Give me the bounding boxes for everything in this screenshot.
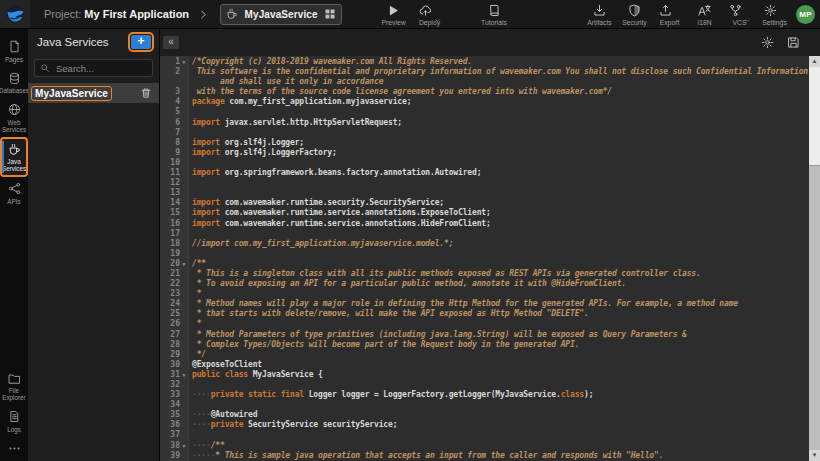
wavemaker-logo-icon (5, 4, 25, 24)
line-number: 3 (160, 87, 180, 97)
code-text[interactable]: with the terms of the source code licens… (188, 87, 809, 97)
i18n-button[interactable]: I18N (688, 3, 721, 26)
sidebar-item-databases[interactable]: Databases (0, 67, 28, 99)
scroll-up-button[interactable]: ▲ (809, 56, 820, 67)
code-text[interactable]: ····private static final Logger logger =… (188, 390, 809, 400)
code-text[interactable]: * Complex Types/Objects will become part… (188, 340, 809, 350)
fold-gutter (180, 229, 188, 239)
fold-marker[interactable]: ▾ (180, 57, 188, 67)
editor-settings-button[interactable] (761, 36, 774, 49)
grid-icon[interactable] (324, 8, 336, 20)
code-text[interactable]: * that starts with delete/remove, will m… (188, 309, 809, 319)
scroll-down-button[interactable]: ▼ (809, 450, 820, 461)
line-number: 2 (160, 67, 180, 77)
collapse-panel-button[interactable]: « (163, 36, 179, 49)
line-number: 13 (160, 188, 180, 198)
code-text[interactable]: * This is a singleton class with all its… (188, 269, 809, 279)
line-number: 11 (160, 168, 180, 178)
export-button[interactable]: Export (653, 3, 686, 26)
scroll-thumb[interactable] (809, 67, 820, 166)
editor-scrollbar[interactable]: ▲ ▼ (809, 56, 820, 461)
fold-gutter (180, 279, 188, 289)
code-text[interactable]: This software is the confidential and pr… (188, 67, 809, 77)
security-button[interactable]: Security (618, 3, 651, 26)
add-service-button[interactable]: + (131, 35, 151, 49)
sidebar-item-apis[interactable]: APIs (0, 177, 28, 209)
code-text[interactable]: public class MyJavaService { (188, 370, 809, 380)
code-line: 5 (160, 107, 809, 117)
sidebar-item-more[interactable] (0, 437, 28, 461)
code-text[interactable]: ····/** (188, 441, 809, 451)
code-text[interactable]: package com.my_first_application.myjavas… (188, 97, 809, 107)
settings-button[interactable]: Settings (758, 3, 791, 26)
code-text[interactable]: * (188, 319, 809, 329)
fold-gutter (180, 380, 188, 390)
code-text[interactable] (188, 158, 809, 168)
code-text[interactable] (188, 400, 809, 410)
code-text[interactable]: //import com.my_first_application.myjava… (188, 239, 809, 249)
avatar[interactable]: MP (796, 5, 815, 24)
sidebar-item-file-explorer[interactable]: File Explorer (0, 367, 28, 406)
fold-marker[interactable]: ▾ (180, 441, 188, 451)
line-number: 9 (160, 148, 180, 158)
code-text[interactable]: import javax.servlet.http.HttpServletReq… (188, 118, 809, 128)
line-number: 4 (160, 97, 180, 107)
code-text[interactable]: * (188, 289, 809, 299)
chevron-down-icon (673, 10, 680, 17)
code-text[interactable]: import org.slf4j.LoggerFactory; (188, 148, 809, 158)
code-text[interactable]: import org.slf4j.Logger; (188, 138, 809, 148)
code-text[interactable]: * To avoid exposing an API for a particu… (188, 279, 809, 289)
code-text[interactable]: import com.wavemaker.runtime.security.Se… (188, 198, 809, 208)
wavemaker-logo[interactable] (0, 0, 30, 28)
file-tab-myjavaservice[interactable]: MyJavaService (220, 4, 342, 25)
code-text[interactable]: * Method names will play a major role in… (188, 299, 809, 309)
code-text[interactable] (188, 229, 809, 239)
deploy-button[interactable]: Deploy (413, 3, 446, 26)
code-text[interactable]: /*Copyright (c) 2018-2019 wavemaker.com … (188, 57, 809, 67)
service-list-item[interactable]: MyJavaService (28, 83, 159, 103)
sidebar-item-logs[interactable]: Logs (0, 405, 28, 437)
tutorials-button[interactable]: Tutorials (474, 3, 514, 26)
vcs-button[interactable]: VCS (723, 3, 756, 26)
save-button[interactable] (787, 36, 800, 49)
code-text[interactable]: */ (188, 350, 809, 360)
code-text[interactable]: ····private SecurityService securityServ… (188, 420, 809, 430)
code-text[interactable]: * Method Parameters of type primitives (… (188, 330, 809, 340)
fold-gutter (180, 239, 188, 249)
fold-gutter (180, 309, 188, 319)
code-text[interactable]: and shall use it only in accordance (188, 77, 809, 87)
code-text[interactable]: /** (188, 259, 809, 269)
fold-marker[interactable]: ▾ (180, 259, 188, 269)
sidebar-item-web-services[interactable]: Web Services (0, 98, 28, 137)
code-text[interactable] (188, 107, 809, 117)
code-text[interactable]: import org.springframework.beans.factory… (188, 168, 809, 178)
code-text[interactable]: ····@Autowired (188, 410, 809, 420)
sidebar-item-java-services[interactable]: Java Services (0, 137, 28, 178)
code-line: 32 (160, 380, 809, 390)
code-line: 38▾····/** (160, 441, 809, 451)
api-icon (8, 182, 21, 195)
search-input[interactable] (54, 62, 147, 75)
preview-button[interactable]: Preview (377, 3, 410, 26)
code-line: 26 * (160, 319, 809, 329)
code-editor[interactable]: 1▾/*Copyright (c) 2018-2019 wavemaker.co… (160, 56, 809, 461)
action-label: Preview (381, 19, 405, 26)
code-text[interactable]: @ExposeToClient (188, 360, 809, 370)
code-text[interactable]: import com.wavemaker.runtime.service.ann… (188, 219, 809, 229)
deploy-icon (419, 4, 432, 17)
sidebar-item-pages[interactable]: Pages (0, 35, 28, 67)
code-text[interactable] (188, 178, 809, 188)
artifacts-button[interactable]: Artifacts (583, 3, 616, 26)
code-text[interactable]: import com.wavemaker.runtime.service.ann… (188, 208, 809, 218)
coffee-icon (226, 8, 238, 20)
code-text[interactable] (188, 188, 809, 198)
code-text[interactable] (188, 430, 809, 440)
code-text[interactable]: ·····* This is sample java operation tha… (188, 451, 809, 461)
code-text[interactable] (188, 128, 809, 138)
fold-marker[interactable]: ▾ (180, 370, 188, 380)
code-text[interactable] (188, 249, 809, 259)
code-text[interactable] (188, 380, 809, 390)
page-icon (8, 40, 21, 53)
delete-service-button[interactable] (140, 87, 152, 99)
fold-gutter (180, 400, 188, 410)
